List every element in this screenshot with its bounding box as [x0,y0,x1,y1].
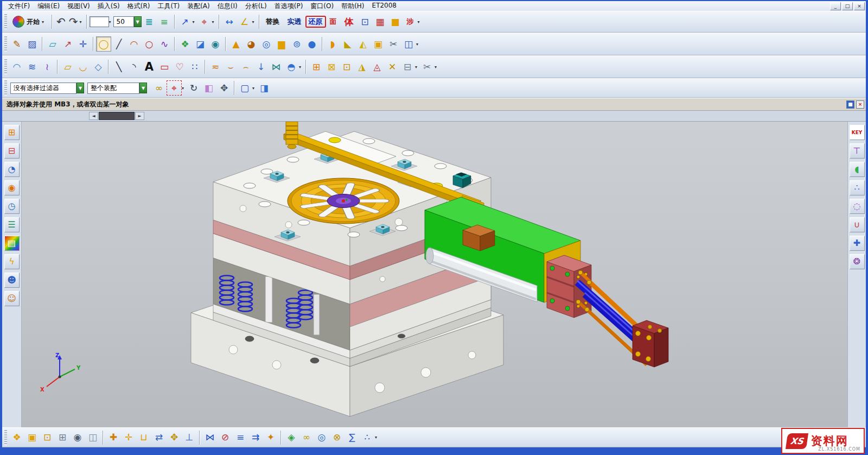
hole-icon[interactable]: ◎ [259,36,274,52]
replace-component-icon[interactable]: ⇄ [151,430,167,445]
selection-scope-arrow-icon[interactable]: ▼ [139,83,147,93]
menu-view[interactable]: 视图(V) [63,1,94,11]
menu-help[interactable]: 帮助(H) [337,1,368,11]
wave-geometry-linker-icon[interactable]: ◈ [284,430,299,445]
dock-view-icon[interactable]: ■ [846,100,854,109]
menu-assemblies[interactable]: 装配(A) [183,1,214,11]
block-icon[interactable]: ▆ [274,36,289,52]
offset-region-icon[interactable]: ⊡ [339,59,354,74]
menu-edit[interactable]: 编辑(E) [34,1,63,11]
measure-angle-icon-dropdown-icon[interactable]: ▾ [252,20,257,24]
layer-spinner-arrow-icon[interactable]: ▼ [134,16,142,27]
reuse-library-icon[interactable]: ◉ [4,180,20,195]
n-sided-surface-icon[interactable]: ◇ [91,59,106,74]
intersect-icon[interactable]: ◉ [208,36,223,52]
pull-face-icon[interactable]: ⊠ [324,59,339,74]
csys-constructor-icon[interactable]: ⌖ [197,14,212,29]
close-prompt-icon[interactable]: × [856,100,864,109]
selection-filter-arrow-icon[interactable]: ▼ [76,83,84,93]
model-canvas[interactable]: Z Y X [22,122,847,427]
delete-face-icon[interactable]: ✕ [385,59,400,74]
chamfer-icon[interactable]: ◣ [340,36,355,52]
drag-handle[interactable] [4,430,7,445]
copy-face-icon-dropdown-icon[interactable]: ▾ [415,65,419,69]
intersection-curve-icon[interactable]: ⋈ [269,59,284,74]
color-swatch[interactable] [90,16,109,27]
assembly-info-icon-dropdown-icon[interactable]: ▾ [375,435,379,440]
profile-icon[interactable]: ◯ [96,36,111,52]
orbit-icon[interactable]: ↻ [186,80,201,96]
redo-dropdown-icon[interactable]: ▾ [80,20,84,24]
minimize-button[interactable]: _ [830,2,841,10]
reorder-blend-icon[interactable]: ◬ [369,59,385,74]
history-icon[interactable]: ◷ [4,199,20,214]
shell-icon[interactable]: ▣ [371,36,386,52]
pattern-matrix-icon[interactable]: ⊞ [55,430,70,445]
snapshot-icon[interactable]: ◉ [70,430,85,445]
interpart-link-icon[interactable]: ∞ [151,80,167,96]
face-blend-icon[interactable]: ◡ [75,59,91,74]
interference-button-dropdown-icon[interactable]: ▾ [418,20,422,24]
arc-icon[interactable]: ◝ [126,59,142,74]
draft-icon[interactable]: ◭ [355,36,371,52]
sketch-in-task-icon[interactable]: ▨ [24,36,40,52]
section-curve-icon-dropdown-icon[interactable]: ▾ [299,65,303,69]
information-window-icon[interactable]: ☰ [4,217,20,232]
circle-icon[interactable]: ○ [142,36,157,52]
subtract-icon[interactable]: ◪ [193,36,208,52]
menu-window[interactable]: 窗口(O) [307,1,337,11]
snap-point-icon-dropdown-icon[interactable]: ▾ [182,86,186,91]
menu-et2008[interactable]: ET2008 [368,1,400,11]
part-navigator-icon[interactable]: ◔ [4,162,20,177]
weight-management-icon[interactable]: ∑ [344,430,360,445]
replace-button[interactable]: 替换 [262,15,284,28]
move-face-icon[interactable]: ⊞ [309,59,324,74]
datum-axis-icon[interactable]: ↗ [60,36,75,52]
csys-constructor-icon-dropdown-icon[interactable]: ▾ [212,20,216,24]
selection-filter-dropdown[interactable]: 没有选择过滤器 [10,83,76,94]
add-component-icon[interactable]: ✚ [106,430,121,445]
open-assembly-icon[interactable]: ▣ [24,430,40,445]
body-display-button[interactable]: 体 [341,14,358,30]
bounded-plane-icon[interactable]: ▱ [60,59,75,74]
rectangle-icon[interactable]: ▭ [157,59,172,74]
menu-format[interactable]: 格式(R) [124,1,154,11]
layer-settings-icon[interactable]: ≣ [142,14,157,29]
scroll-thumb[interactable] [99,112,135,120]
trim-body-icon[interactable]: ✂ [386,36,401,52]
key-icon[interactable]: KEY [850,125,865,140]
cylinder-icon[interactable]: ⊚ [289,36,304,52]
menu-tools[interactable]: 工具(T) [154,1,183,11]
gear-rack[interactable] [286,122,298,149]
drag-handle[interactable] [4,80,7,96]
line-icon[interactable]: ╲ [111,59,126,74]
clearance-analysis-icon[interactable]: ◎ [314,430,329,445]
assembly-info-icon[interactable]: ∴ [360,430,375,445]
shaded-cube-icon[interactable]: ■ [388,14,403,29]
project-curve-icon[interactable]: ↓ [253,59,269,74]
edge-blend-icon[interactable]: ◗ [325,36,340,52]
line-icon[interactable]: ╱ [111,36,126,52]
create-parent-icon[interactable]: ⊔ [136,430,151,445]
menu-insert[interactable]: 插入(S) [94,1,124,11]
translucency-button[interactable]: 实透 [284,15,305,28]
sequence-icon[interactable]: ⇉ [248,430,263,445]
interference-button[interactable]: 涉 [403,15,418,28]
drag-handle[interactable] [4,59,7,74]
marquee-select-icon[interactable]: ▢ [237,80,252,96]
pan-icon[interactable]: ✥ [216,80,232,96]
redo-icon[interactable]: ↷ [67,15,80,28]
point-set-icon[interactable]: ∷ [187,59,202,74]
menu-analysis[interactable]: 分析(L) [241,1,271,11]
split-body-icon[interactable]: ◫ [401,36,416,52]
move-component-icon[interactable]: ✥ [167,430,182,445]
arrangements-icon[interactable]: ≡ [233,430,248,445]
datum-plane-icon[interactable]: ▱ [45,36,60,52]
section-curve-icon[interactable]: ◓ [284,59,299,74]
interference-check-icon[interactable]: ⊗ [329,430,344,445]
text-icon[interactable]: A [142,59,157,74]
marquee-select-icon-dropdown-icon[interactable]: ▾ [252,86,257,91]
bridge-curve-icon[interactable]: ⌣ [223,59,238,74]
split-body-icon-dropdown-icon[interactable]: ▾ [416,42,420,47]
measure-angle-icon[interactable]: ∠ [237,14,252,29]
